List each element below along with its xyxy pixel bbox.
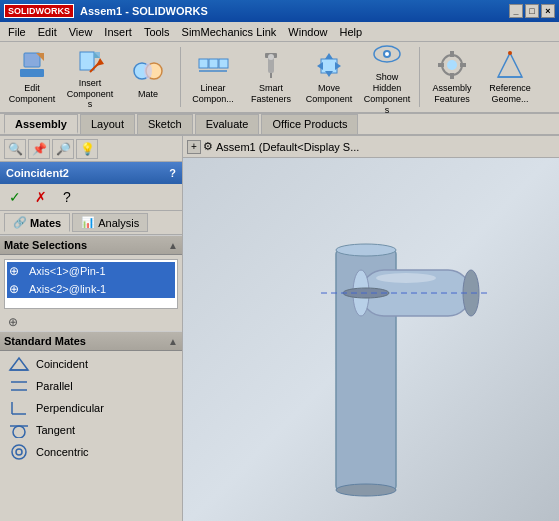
standard-mates-list: Coincident Parallel Pe [0,351,182,463]
mate-perpendicular[interactable]: Perpendicular [0,397,182,419]
minimize-button[interactable]: _ [509,4,523,18]
panel-action-bar: ✓ ✗ ? [0,184,182,211]
standard-mates-title: Standard Mates [4,335,86,347]
edit-component-icon [16,49,48,81]
panel-light-btn[interactable]: 💡 [76,139,98,159]
svg-marker-20 [325,53,333,59]
concentric-icon [8,444,30,460]
smart-fasteners-button[interactable]: SmartFasteners [243,45,299,109]
svg-point-35 [508,51,512,55]
menu-window[interactable]: Window [282,24,333,40]
panel-search-btn[interactable]: 🔍 [4,139,26,159]
toolbar-sep-1 [180,47,181,107]
insert-components-icon [74,44,106,76]
menu-edit[interactable]: Edit [32,24,63,40]
svg-point-48 [336,484,396,496]
panel-toolbar: 🔍 📌 🔎 💡 [0,136,182,162]
tab-mates[interactable]: 🔗 Mates [4,213,70,232]
menu-file[interactable]: File [2,24,32,40]
svg-rect-31 [438,63,444,67]
mate-coincident[interactable]: Coincident [0,353,182,375]
coincident-icon [8,356,30,372]
perpendicular-icon [8,400,30,416]
svg-point-26 [385,52,389,56]
left-panel: 🔍 📌 🔎 💡 Coincident2 ? ✓ ✗ ? 🔗 Mates 📊 An… [0,136,183,521]
mate-icon [132,55,164,87]
mate-sel-text-2: Axis<2>@link-1 [29,283,106,295]
menu-tools[interactable]: Tools [138,24,176,40]
linear-component-button[interactable]: LinearCompon... [185,45,241,109]
menu-insert[interactable]: Insert [98,24,138,40]
standard-mates-header: Standard Mates ▲ [0,331,182,351]
svg-marker-22 [317,62,323,70]
smart-fasteners-label: SmartFasteners [251,83,291,105]
move-component-button[interactable]: MoveComponent [301,45,357,109]
maximize-button[interactable]: □ [525,4,539,18]
3d-model-svg [221,170,521,510]
show-hidden-button[interactable]: ShowHiddenComponents [359,45,415,109]
panel-title-bar: Coincident2 ? [0,162,182,184]
panel-zoom-btn[interactable]: 🔎 [52,139,74,159]
tangent-icon [8,422,30,438]
menu-simmechanics[interactable]: SimMechanics Link [176,24,283,40]
tab-sketch[interactable]: Sketch [137,114,193,134]
app-logo: SOLIDWORKS [4,4,74,18]
svg-rect-29 [450,51,454,57]
move-component-icon [313,49,345,81]
menu-view[interactable]: View [63,24,99,40]
tab-assembly[interactable]: Assembly [4,114,78,134]
cancel-button[interactable]: ✗ [30,187,52,207]
tab-office-products[interactable]: Office Products [261,114,358,134]
svg-point-44 [12,445,26,459]
reference-geometry-icon [494,49,526,81]
show-hidden-icon [371,38,403,70]
panel-pin-btn[interactable]: 📌 [28,139,50,159]
mate-button[interactable]: Mate [120,45,176,109]
assembly-features-label: AssemblyFeatures [432,83,471,105]
analysis-tab-label: Analysis [98,217,139,229]
svg-rect-19 [321,59,337,73]
tab-layout[interactable]: Layout [80,114,135,134]
move-component-label: MoveComponent [306,83,353,105]
panel-help-icon[interactable]: ? [169,167,176,179]
parallel-icon [8,378,30,394]
insert-components-button[interactable]: InsertComponents [62,45,118,109]
reference-geometry-button[interactable]: ReferenceGeome... [482,45,538,109]
close-button[interactable]: × [541,4,555,18]
mate-selection-item-1[interactable]: ⊕ Axis<1>@Pin-1 [7,262,175,280]
edit-component-label: EditComponent [9,83,56,105]
svg-rect-30 [450,73,454,79]
svg-point-47 [336,244,396,256]
assembly-features-button[interactable]: AssemblyFeatures [424,45,480,109]
tree-expand-btn[interactable]: + [187,140,201,154]
mate-below-icon: ⊕ [8,315,18,329]
edit-component-button[interactable]: EditComponent [4,45,60,109]
mate-selections-collapse-icon[interactable]: ▲ [168,240,178,251]
parallel-label: Parallel [36,380,73,392]
mates-tab-label: Mates [30,217,61,229]
perpendicular-label: Perpendicular [36,402,104,414]
linear-component-label: LinearCompon... [192,83,234,105]
mate-parallel[interactable]: Parallel [0,375,182,397]
accept-button[interactable]: ✓ [4,187,26,207]
3d-viewport[interactable] [183,158,559,521]
tab-analysis[interactable]: 📊 Analysis [72,213,148,232]
menu-bar: File Edit View Insert Tools SimMechanics… [0,22,559,42]
mate-selection-item-2[interactable]: ⊕ Axis<2>@link-1 [7,280,175,298]
standard-mates-collapse-icon[interactable]: ▲ [168,336,178,347]
mate-sel-text-1: Axis<1>@Pin-1 [29,265,106,277]
question-button[interactable]: ? [56,187,78,207]
mate-selections-list: ⊕ Axis<1>@Pin-1 ⊕ Axis<2>@link-1 [4,259,178,309]
tab-evaluate[interactable]: Evaluate [195,114,260,134]
tangent-label: Tangent [36,424,75,436]
analysis-tab-icon: 📊 [81,216,95,229]
menu-help[interactable]: Help [333,24,368,40]
panel-title: Coincident2 [6,167,69,179]
toolbar-sep-2 [419,47,420,107]
mate-concentric[interactable]: Concentric [0,441,182,463]
mate-tangent[interactable]: Tangent [0,419,182,441]
svg-rect-3 [80,52,94,70]
mates-tab-icon: 🔗 [13,216,27,229]
svg-point-28 [447,60,457,70]
tab-bar: Assembly Layout Sketch Evaluate Office P… [0,114,559,136]
